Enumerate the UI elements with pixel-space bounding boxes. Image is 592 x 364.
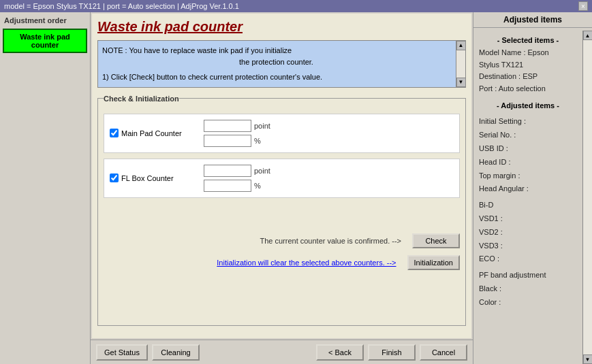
field-bi-d: Bi-D [479, 199, 577, 212]
check-button[interactable]: Check [412, 233, 460, 248]
get-status-button[interactable]: Get Status [96, 344, 148, 361]
check-group: Check & Initialization Main Pad Counter … [97, 95, 466, 327]
title-bar: model = Epson Stylus TX121 | port = Auto… [0, 0, 592, 12]
main-pad-point-row: point [204, 120, 270, 132]
cleaning-button[interactable]: Cleaning [152, 344, 200, 361]
fl-box-point-input[interactable] [204, 165, 251, 177]
right-scroll-down[interactable]: ▼ [583, 354, 593, 364]
adjusted-items-title: - Adjusted items - [479, 101, 577, 110]
field-vsd2: VSD2 : [479, 226, 577, 239]
note-scroll-down[interactable]: ▼ [456, 78, 466, 87]
right-panel-content: - Selected items - Model Name : Epson St… [473, 31, 592, 364]
selected-items-title: - Selected items - [479, 36, 577, 44]
right-panel-inner: - Selected items - Model Name : Epson St… [473, 31, 582, 364]
field-pf-band: PF band adjustment [479, 269, 577, 282]
destination: Destination : ESP [479, 71, 577, 83]
field-head-id: Head ID : [479, 156, 577, 169]
check-group-legend: Check & Initialization [104, 95, 179, 103]
right-scroll-track [583, 40, 592, 354]
fl-box-counter-checkbox[interactable] [110, 173, 119, 182]
note-line1: NOTE : You have to replace waste ink pad… [102, 45, 450, 56]
main-pad-point-unit: point [254, 122, 270, 130]
init-action-row: Initialization will clear the selected a… [104, 255, 460, 270]
model-name2: Stylus TX121 [479, 59, 577, 71]
field-head-angular: Head Angular : [479, 182, 577, 196]
field-vsd1: VSD1 : [479, 212, 577, 226]
finish-button[interactable]: Finish [368, 344, 416, 361]
center-inner: Waste ink pad counter NOTE : You have to… [92, 14, 471, 338]
port: Port : Auto selection [479, 83, 577, 95]
back-button[interactable]: < Back [316, 344, 364, 361]
main-pad-percent-row: % [204, 135, 270, 147]
main-layout: Adjustment order Waste ink pad counter W… [0, 12, 592, 364]
note-line2: the protection counter. [102, 56, 450, 68]
right-panel-title: Adjusted items [473, 12, 592, 28]
main-pad-percent-input[interactable] [204, 135, 251, 147]
fl-box-counter-values: point % [204, 165, 270, 192]
init-action-text: Initialization will clear the selected a… [104, 259, 402, 267]
initialization-button[interactable]: Initialization [407, 255, 460, 270]
check-action-row: The current counter value is confirmed. … [104, 231, 460, 251]
main-pad-counter-row: Main Pad Counter point % [104, 114, 460, 153]
fl-box-counter-row: FL Box Counter point % [104, 159, 460, 198]
note-box: NOTE : You have to replace waste ink pad… [97, 40, 466, 88]
fl-box-point-row: point [204, 165, 270, 177]
fl-box-percent-row: % [204, 180, 270, 192]
right-scrollbar: ▲ ▼ [582, 31, 592, 364]
right-panel: Adjusted items - Selected items - Model … [473, 12, 592, 364]
field-serial-no: Serial No. : [479, 129, 577, 142]
main-pad-counter-label[interactable]: Main Pad Counter [110, 129, 198, 137]
main-pad-point-input[interactable] [204, 120, 251, 132]
sidebar-title: Adjustment order [3, 15, 87, 26]
field-color: Color : [479, 296, 577, 310]
close-button[interactable]: × [578, 1, 588, 11]
field-black: Black : [479, 282, 577, 296]
fl-box-percent-unit: % [254, 182, 261, 190]
main-pad-counter-values: point % [204, 120, 270, 147]
note-scroll-up[interactable]: ▲ [456, 41, 466, 50]
main-pad-percent-unit: % [254, 137, 261, 145]
note-scroll-track [456, 50, 465, 78]
cancel-button[interactable]: Cancel [420, 344, 467, 361]
title-bar-text: model = Epson Stylus TX121 | port = Auto… [4, 2, 239, 10]
note-scrollbar: ▲ ▼ [456, 41, 465, 87]
field-top-margin: Top margin : [479, 169, 577, 183]
main-pad-counter-checkbox[interactable] [110, 129, 119, 137]
page-title: Waste ink pad counter [97, 19, 466, 35]
right-scroll-up[interactable]: ▲ [583, 31, 593, 40]
fl-box-point-unit: point [254, 167, 270, 175]
field-usb-id: USB ID : [479, 142, 577, 156]
sidebar: Adjustment order Waste ink pad counter [0, 12, 91, 364]
field-vsd3: VSD3 : [479, 239, 577, 253]
center-content: Waste ink pad counter NOTE : You have to… [91, 12, 473, 340]
fl-box-percent-input[interactable] [204, 180, 251, 192]
sidebar-item-waste-ink-pad-counter[interactable]: Waste ink pad counter [3, 29, 87, 53]
model-name: Model Name : Epson [479, 47, 577, 59]
check-action-text: The current counter value is confirmed. … [104, 237, 407, 245]
bottom-bar: Get Status Cleaning < Back Finish Cancel [91, 340, 473, 364]
field-initial-setting: Initial Setting : [479, 115, 577, 129]
fl-box-counter-label[interactable]: FL Box Counter [110, 173, 198, 182]
note-line4: 1) Click [Check] button to check current… [102, 71, 450, 83]
field-eco: ECO : [479, 252, 577, 266]
